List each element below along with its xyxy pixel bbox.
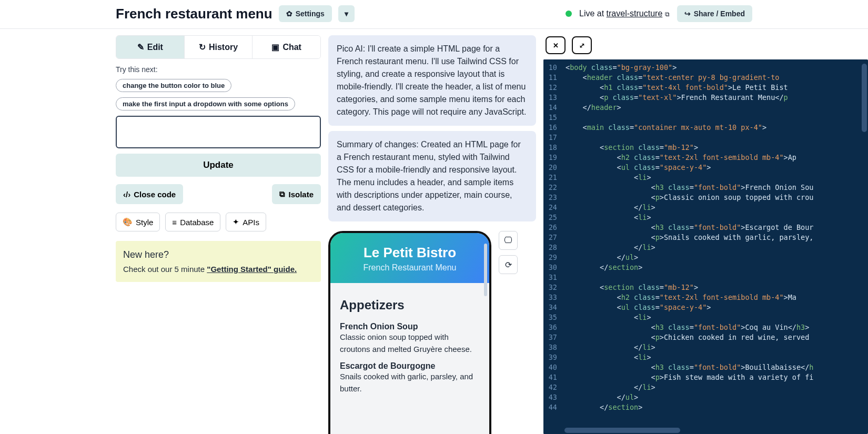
preview-desktop-toggle[interactable]: 🖵 bbox=[499, 231, 518, 250]
expand-icon: ⤢ bbox=[579, 42, 585, 49]
editor-horizontal-scrollbar[interactable] bbox=[564, 428, 680, 433]
update-button[interactable]: Update bbox=[116, 154, 321, 177]
suggestion-pill-2[interactable]: make the first input a dropdown with som… bbox=[116, 97, 295, 110]
tab-history[interactable]: ↻ History bbox=[185, 36, 253, 58]
preview-header: Le Petit Bistro French Restaurant Menu bbox=[330, 233, 489, 283]
apis-button[interactable]: ✦ APIs bbox=[226, 213, 266, 231]
palette-icon: 🎨 bbox=[123, 217, 133, 227]
close-code-label: Close code bbox=[134, 190, 176, 199]
isolate-label: Isolate bbox=[288, 190, 314, 199]
prompt-input[interactable] bbox=[116, 116, 321, 148]
top-bar: French restaurant menu ✿ Settings ▾ Live… bbox=[0, 0, 868, 29]
chat-icon: ▣ bbox=[271, 42, 279, 52]
left-panel: ✎ Edit ↻ History ▣ Chat Try this next: c… bbox=[116, 35, 321, 434]
code-close-button[interactable]: ✕ bbox=[546, 36, 566, 54]
tab-history-label: History bbox=[209, 43, 238, 52]
chevron-down-icon: ▾ bbox=[345, 9, 348, 18]
tab-chat-label: Chat bbox=[282, 43, 301, 52]
share-embed-button[interactable]: ↪ Share / Embed bbox=[677, 5, 752, 22]
code-editor[interactable]: 10 11 12 13 14 15 16 17 18 19 20 21 22 2… bbox=[543, 59, 868, 434]
code-icon: ‹/› bbox=[123, 190, 130, 199]
getting-started-hint: New here? Check out our 5 minute "Gettin… bbox=[116, 241, 321, 282]
preview-dish-1-desc: Classic onion soup topped with croutons … bbox=[340, 331, 480, 355]
live-status-text: Live at travel-structure ⧉ bbox=[579, 9, 670, 18]
left-tabs: ✎ Edit ↻ History ▣ Chat bbox=[116, 35, 321, 59]
database-button[interactable]: ≡ Database bbox=[165, 213, 220, 231]
isolate-icon: ⧉ bbox=[279, 189, 285, 199]
close-icon: ✕ bbox=[553, 42, 559, 49]
share-icon: ↪ bbox=[684, 9, 691, 18]
getting-started-link[interactable]: "Getting Started" guide. bbox=[207, 265, 297, 274]
preview-dish-1-name: French Onion Soup bbox=[340, 322, 480, 331]
tab-chat[interactable]: ▣ Chat bbox=[253, 36, 320, 58]
hint-title: New here? bbox=[123, 249, 314, 260]
apis-icon: ✦ bbox=[233, 217, 239, 227]
editor-content[interactable]: <body class="bg-gray-100"> <header class… bbox=[561, 59, 868, 434]
preview-subtitle: French Restaurant Menu bbox=[336, 263, 484, 272]
preview-dish-2-desc: Snails cooked with garlic, parsley, and … bbox=[340, 371, 480, 395]
database-icon: ≡ bbox=[172, 218, 177, 227]
external-link-icon: ⧉ bbox=[665, 11, 670, 18]
editor-gutter: 10 11 12 13 14 15 16 17 18 19 20 21 22 2… bbox=[543, 59, 561, 434]
settings-label: Settings bbox=[296, 9, 325, 18]
preview-section-appetizers: Appetizers bbox=[340, 298, 480, 312]
history-icon: ↻ bbox=[199, 42, 206, 52]
preview-refresh-button[interactable]: ⟳ bbox=[499, 255, 518, 274]
hint-prefix: Check out our 5 minute bbox=[123, 265, 207, 274]
preview-dish-2-name: Escargot de Bourgogne bbox=[340, 361, 480, 371]
refresh-icon: ⟳ bbox=[505, 260, 512, 270]
style-button[interactable]: 🎨 Style bbox=[116, 213, 160, 231]
gear-icon: ✿ bbox=[286, 9, 292, 18]
preview-scrollbar[interactable] bbox=[484, 244, 487, 296]
page-title: French restaurant menu bbox=[116, 6, 272, 22]
suggestion-pill-1[interactable]: change the button color to blue bbox=[116, 79, 231, 92]
live-status-dot bbox=[566, 11, 572, 17]
close-code-button[interactable]: ‹/› Close code bbox=[116, 184, 183, 204]
style-label: Style bbox=[136, 218, 153, 227]
code-panel: ✕ ⤢ 10 11 12 13 14 15 16 17 18 19 20 21 … bbox=[543, 35, 868, 434]
try-next-label: Try this next: bbox=[116, 65, 321, 74]
tab-edit[interactable]: ✎ Edit bbox=[116, 36, 185, 58]
live-url-link[interactable]: travel-structure bbox=[607, 9, 663, 18]
monitor-icon: 🖵 bbox=[504, 236, 512, 245]
middle-panel: Pico AI: I'll create a simple HTML page … bbox=[328, 35, 536, 434]
database-label: Database bbox=[180, 218, 214, 227]
ai-message-1: Pico AI: I'll create a simple HTML page … bbox=[328, 35, 536, 126]
pencil-icon: ✎ bbox=[137, 42, 144, 52]
preview-title: Le Petit Bistro bbox=[336, 245, 484, 261]
code-expand-button[interactable]: ⤢ bbox=[572, 36, 592, 54]
settings-more-button[interactable]: ▾ bbox=[338, 5, 355, 22]
ai-message-2: Summary of changes: Created an HTML page… bbox=[328, 131, 536, 221]
editor-vertical-scrollbar[interactable] bbox=[862, 64, 867, 132]
apis-label: APIs bbox=[243, 218, 259, 227]
live-prefix: Live at bbox=[579, 9, 604, 18]
share-label: Share / Embed bbox=[694, 9, 745, 18]
settings-button[interactable]: ✿ Settings bbox=[279, 5, 332, 22]
preview-phone: Le Petit Bistro French Restaurant Menu A… bbox=[328, 231, 491, 434]
isolate-button[interactable]: ⧉ Isolate bbox=[272, 184, 321, 204]
tab-edit-label: Edit bbox=[147, 43, 163, 52]
